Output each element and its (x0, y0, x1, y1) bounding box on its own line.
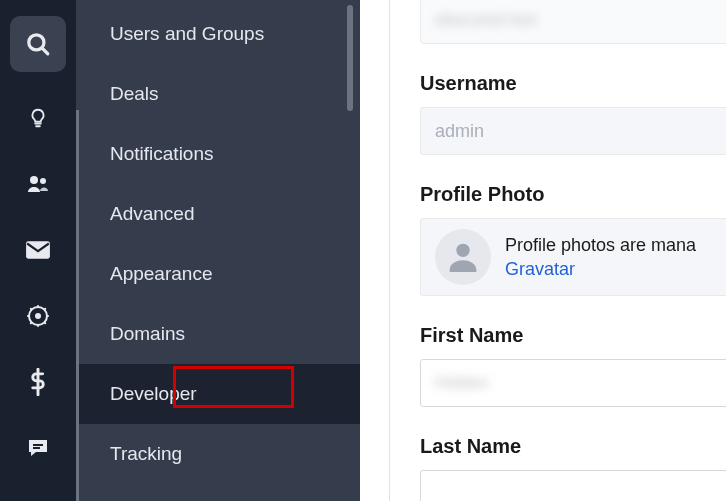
firstname-value: Hidden (435, 373, 489, 393)
panel-divider (360, 0, 390, 501)
chat-icon[interactable] (10, 428, 66, 468)
svg-line-1 (42, 48, 47, 53)
lastname-label: Last Name (420, 435, 726, 458)
profile-form: obscured text Username admin Profile Pho… (390, 0, 726, 501)
profile-photo-row: Profile photos are mana Gravatar (420, 218, 726, 296)
svg-point-2 (30, 176, 38, 184)
sidebar-item-appearance[interactable]: Appearance (76, 244, 360, 304)
sidebar-indicator (76, 110, 79, 501)
sidebar-item-notifications[interactable]: Notifications (76, 124, 360, 184)
settings-sidebar: Users and Groups Deals Notifications Adv… (76, 0, 360, 501)
sidebar-item-label: Developer (110, 383, 197, 405)
obscured-value: obscured text (435, 10, 537, 30)
svg-point-6 (36, 314, 40, 318)
sidebar-item-advanced[interactable]: Advanced (76, 184, 360, 244)
lightbulb-icon[interactable] (10, 98, 66, 138)
mail-icon[interactable] (10, 230, 66, 270)
avatar (435, 229, 491, 285)
dollar-icon[interactable] (10, 362, 66, 402)
svg-point-3 (40, 178, 46, 184)
sidebar-scrollbar[interactable] (340, 0, 360, 501)
sidebar-item-label: Notifications (110, 143, 214, 165)
sidebar-item-label: Advanced (110, 203, 195, 225)
contacts-icon[interactable] (10, 164, 66, 204)
sidebar-item-label: Domains (110, 323, 185, 345)
search-icon[interactable] (10, 16, 66, 72)
sidebar-item-label: Appearance (110, 263, 212, 285)
profile-photo-label: Profile Photo (420, 183, 726, 206)
username-value: admin (435, 121, 484, 142)
username-label: Username (420, 72, 726, 95)
automation-icon[interactable] (10, 296, 66, 336)
icon-rail (0, 0, 76, 501)
profile-photo-desc: Profile photos are mana (505, 235, 696, 255)
sidebar-item-domains[interactable]: Domains (76, 304, 360, 364)
sidebar-item-label: Tracking (110, 443, 182, 465)
sidebar-item-deals[interactable]: Deals (76, 64, 360, 124)
sidebar-item-tracking[interactable]: Tracking (76, 424, 360, 484)
sidebar-scrollbar-thumb[interactable] (347, 5, 353, 111)
firstname-input[interactable]: Hidden (420, 359, 726, 407)
username-input[interactable]: admin (420, 107, 726, 155)
sidebar-item-label: Deals (110, 83, 159, 105)
sidebar-item-users-and-groups[interactable]: Users and Groups (76, 4, 360, 64)
gravatar-link[interactable]: Gravatar (505, 259, 575, 279)
firstname-label: First Name (420, 324, 726, 347)
sidebar-item-developer[interactable]: Developer (76, 364, 360, 424)
lastname-input[interactable] (420, 470, 726, 501)
sidebar-item-label: Users and Groups (110, 23, 264, 45)
obscured-top-field[interactable]: obscured text (420, 0, 726, 44)
profile-photo-text: Profile photos are mana Gravatar (505, 233, 696, 282)
svg-point-9 (456, 244, 469, 257)
